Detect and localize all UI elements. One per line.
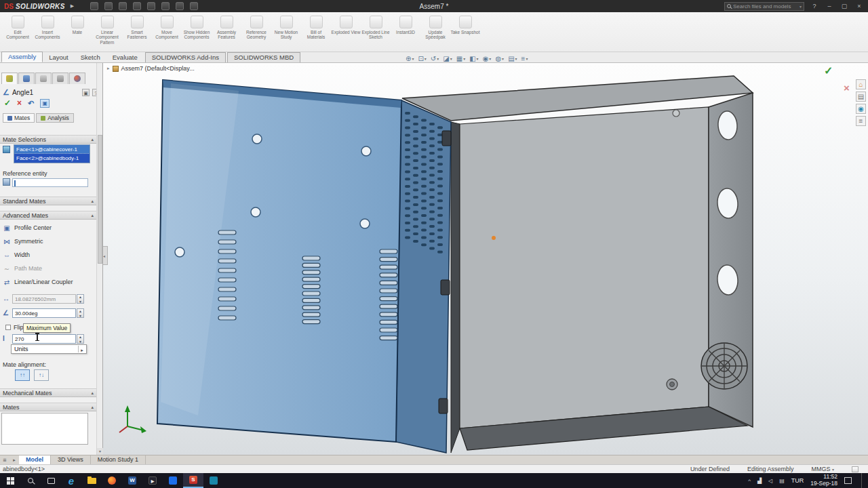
- section-mate-selections[interactable]: Mate Selections▴: [0, 135, 96, 144]
- tray-app-icon[interactable]: ▤: [779, 478, 785, 484]
- displaymanager-tab[interactable]: [69, 73, 85, 84]
- section-mechanical-mates[interactable]: Mechanical Mates▴: [0, 388, 96, 397]
- reference-entity-input[interactable]: [12, 178, 88, 187]
- ribbon-button[interactable]: Move Component: [152, 14, 182, 40]
- ribbon-button[interactable]: Show Hidden Components: [182, 14, 212, 40]
- language-indicator[interactable]: TUR: [791, 477, 804, 484]
- graphics-viewport[interactable]: ▸ Assem7 (Default<Display...: [103, 63, 868, 455]
- search-input[interactable]: Search files and models ▾: [724, 2, 804, 11]
- word-button[interactable]: W: [122, 473, 142, 488]
- hud-icon[interactable]: ▤▾: [508, 55, 517, 62]
- hud-icon[interactable]: ≡▾: [521, 55, 528, 62]
- ribbon-button[interactable]: Insert Components: [33, 14, 62, 40]
- section-standard-mates[interactable]: Standard Mates▴: [0, 197, 96, 205]
- panel-scrollbar[interactable]: ▾: [96, 63, 102, 455]
- media-player-button[interactable]: ▶: [142, 473, 163, 488]
- section-advanced-mates[interactable]: Advanced Mates▴: [0, 211, 96, 220]
- mate-type-item[interactable]: ⇄ Linear/Linear Coupler: [3, 275, 94, 289]
- edge-browser-button[interactable]: e: [61, 473, 81, 488]
- document-tab[interactable]: Motion Study 1: [91, 455, 146, 464]
- 3d-model-scene[interactable]: [103, 63, 868, 455]
- confirm-ok-icon[interactable]: ✓: [824, 64, 833, 77]
- units-dropdown[interactable]: Units ▸: [11, 344, 87, 354]
- anti-aligned-button[interactable]: ↑↓: [34, 369, 49, 381]
- undo-icon[interactable]: [147, 2, 155, 10]
- custom-properties-icon[interactable]: ≡: [856, 116, 866, 126]
- panel-collapse-handle[interactable]: ◂: [103, 246, 108, 265]
- hud-icon[interactable]: ⊕▾: [406, 55, 414, 62]
- ribbon-button[interactable]: Smart Fasteners: [122, 14, 152, 40]
- dropdown-arrow-icon[interactable]: ▸: [78, 346, 85, 352]
- section-mates[interactable]: Mates▴: [0, 403, 96, 411]
- restore-button[interactable]: ▢: [840, 3, 849, 9]
- selection-item[interactable]: Face<1>@cabinecover-1: [14, 145, 90, 154]
- limit-spinner[interactable]: ▲▼: [77, 334, 84, 344]
- angle-spinner[interactable]: ▲▼: [77, 308, 84, 318]
- keep-visible-toggle[interactable]: ▣: [40, 99, 50, 108]
- search-dropdown-icon[interactable]: ▾: [800, 4, 802, 9]
- cabinet-body[interactable]: [402, 76, 753, 453]
- print-icon[interactable]: [133, 2, 141, 10]
- hud-icon[interactable]: ↺▾: [431, 55, 439, 62]
- ribbon-button[interactable]: Exploded Line Sketch: [361, 14, 391, 40]
- ribbon-button[interactable]: Take Snapshot: [450, 14, 480, 35]
- cabinet-cover[interactable]: [157, 80, 451, 453]
- command-tab[interactable]: Evaluate: [106, 53, 144, 62]
- mate-selections-list[interactable]: Face<1>@cabinecover-1 Face<2>@cabinedbod…: [14, 144, 90, 163]
- featuremanager-tree-tab[interactable]: [1, 73, 18, 84]
- ribbon-button[interactable]: Mate: [62, 14, 92, 35]
- scrollbar-thumb[interactable]: [98, 135, 102, 264]
- close-button[interactable]: ×: [854, 3, 864, 9]
- configurationmanager-tab[interactable]: [35, 73, 52, 84]
- taskbar-search-button[interactable]: [20, 473, 41, 488]
- ribbon-button[interactable]: Edit Component: [3, 14, 33, 40]
- ribbon-button[interactable]: New Motion Study: [271, 14, 301, 40]
- ribbon-button[interactable]: Reference Geometry: [241, 14, 271, 40]
- cancel-button[interactable]: ×: [17, 98, 22, 108]
- file-explorer-button[interactable]: [81, 473, 102, 488]
- app-teal-button[interactable]: [203, 473, 224, 488]
- hud-icon[interactable]: ◪▾: [443, 55, 452, 62]
- tab-list-icon[interactable]: ≣: [0, 455, 9, 464]
- status-grid-icon[interactable]: [852, 466, 859, 472]
- ribbon-button[interactable]: Instant3D: [391, 14, 420, 35]
- command-tab[interactable]: Assembly: [1, 52, 43, 62]
- design-library-icon[interactable]: ▤: [856, 92, 866, 102]
- dimxpertmanager-tab[interactable]: [52, 73, 68, 84]
- help-icon[interactable]: ?: [810, 3, 819, 9]
- command-tab[interactable]: SOLIDWORKS Add-Ins: [145, 52, 226, 62]
- task-view-button[interactable]: [41, 473, 61, 488]
- hidden-icons-caret[interactable]: ^: [748, 478, 751, 484]
- undo-button[interactable]: ↶: [28, 99, 34, 108]
- command-tab[interactable]: Sketch: [75, 53, 106, 62]
- hud-icon[interactable]: ◍▾: [495, 55, 504, 62]
- command-tab[interactable]: SOLIDWORKS MBD: [227, 52, 300, 62]
- mate-type-item[interactable]: ▣ Profile Center: [3, 221, 94, 235]
- menu-expand-icon[interactable]: ▶: [71, 3, 74, 9]
- propertymanager-tab[interactable]: [18, 73, 35, 84]
- hud-icon[interactable]: ◉▾: [483, 55, 492, 62]
- ribbon-button[interactable]: Bill of Materials: [301, 14, 331, 40]
- ok-button[interactable]: ✓: [4, 98, 11, 108]
- ribbon-button[interactable]: Exploded View: [331, 14, 361, 35]
- action-center-icon[interactable]: [844, 477, 852, 484]
- ribbon-button[interactable]: Update Speedpak: [420, 14, 450, 40]
- hud-icon[interactable]: ▦▾: [456, 55, 465, 62]
- scroll-down-icon[interactable]: ▾: [97, 448, 103, 455]
- open-icon[interactable]: [104, 2, 113, 10]
- browser-button[interactable]: [102, 473, 122, 488]
- solidworks-taskbar-button[interactable]: S: [183, 473, 203, 488]
- network-icon[interactable]: ▟: [757, 478, 762, 484]
- selection-item[interactable]: Face<2>@cabinedbody-1: [14, 154, 90, 163]
- breadcrumb-expand-icon[interactable]: ▸: [107, 66, 110, 71]
- mate-type-item[interactable]: ⇔ Width: [3, 248, 94, 262]
- pushpin-icon[interactable]: ▣: [82, 89, 90, 96]
- new-document-icon[interactable]: [90, 2, 98, 10]
- angle-input[interactable]: 30.00deg: [12, 308, 76, 318]
- start-button[interactable]: [0, 473, 20, 488]
- mate-type-item[interactable]: ⋈ Symmetric: [3, 235, 94, 248]
- document-tab[interactable]: 3D Views: [51, 455, 91, 464]
- aligned-button[interactable]: ↑↑: [15, 369, 30, 381]
- command-tab[interactable]: Layout: [43, 53, 75, 62]
- distance-spinner[interactable]: ▲▼: [77, 294, 84, 304]
